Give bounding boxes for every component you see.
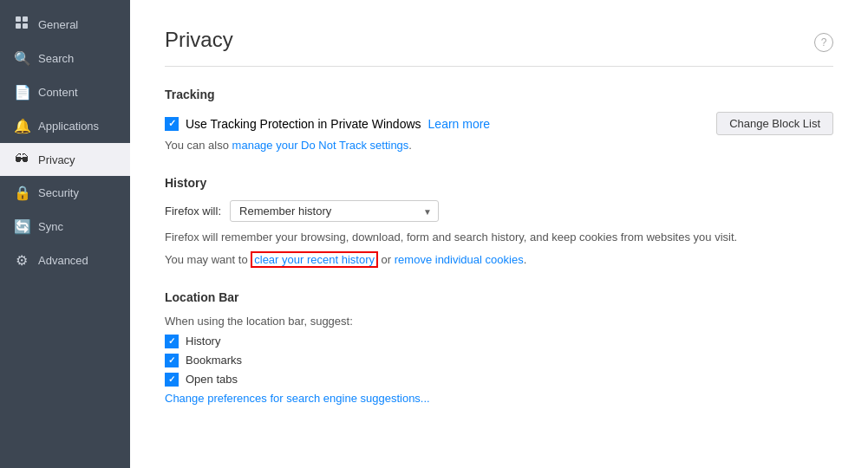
open-tabs-option-label: Open tabs xyxy=(186,373,238,386)
sidebar-item-content[interactable]: 📄 Content xyxy=(0,75,130,109)
help-icon[interactable]: ? xyxy=(814,33,833,52)
learn-more-link[interactable]: Learn more xyxy=(428,117,491,131)
history-row: Firefox will: Remember history Never rem… xyxy=(165,200,833,222)
sidebar: General 🔍 Search 📄 Content 🔔 Application… xyxy=(0,0,130,468)
history-checkmark: ✓ xyxy=(168,336,175,346)
svg-rect-3 xyxy=(23,23,28,29)
change-block-list-button[interactable]: Change Block List xyxy=(716,112,833,135)
main-content: Privacy ? Tracking ✓ Use Tracking Protec… xyxy=(130,0,868,468)
content-icon: 📄 xyxy=(14,84,29,101)
sidebar-item-privacy[interactable]: 🕶 Privacy xyxy=(0,143,130,176)
clear-history-link[interactable]: clear your recent history xyxy=(251,251,378,268)
sidebar-item-label-security: Security xyxy=(38,186,79,199)
sidebar-item-label-privacy: Privacy xyxy=(38,153,75,166)
sidebar-item-sync[interactable]: 🔄 Sync xyxy=(0,210,130,244)
firefox-will-label: Firefox will: xyxy=(165,205,221,218)
page-title: Privacy xyxy=(165,28,233,52)
history-option: ✓ History xyxy=(165,335,833,348)
remove-cookies-link[interactable]: remove individual cookies xyxy=(395,253,524,266)
bookmarks-checkbox[interactable]: ✓ xyxy=(165,354,179,367)
sidebar-item-general[interactable]: General xyxy=(0,7,130,42)
privacy-icon: 🕶 xyxy=(14,152,29,167)
history-description: Firefox will remember your browsing, dow… xyxy=(165,229,833,246)
tracking-checkbox[interactable]: ✓ xyxy=(165,117,179,131)
open-tabs-checkmark: ✓ xyxy=(168,374,175,384)
svg-rect-1 xyxy=(23,16,28,22)
change-prefs-link[interactable]: Change preferences for search engine sug… xyxy=(165,392,833,405)
location-bar-section-title: Location Bar xyxy=(165,290,833,304)
applications-icon: 🔔 xyxy=(14,118,29,134)
advanced-icon: ⚙ xyxy=(14,252,29,269)
do-not-track-text: You can also manage your Do Not Track se… xyxy=(165,139,833,152)
history-links: You may want to clear your recent histor… xyxy=(165,253,833,266)
history-dropdown[interactable]: Remember history Never remember history … xyxy=(230,200,439,222)
tracking-checkmark: ✓ xyxy=(168,118,176,129)
history-checkbox[interactable]: ✓ xyxy=(165,335,179,348)
sidebar-item-label-applications: Applications xyxy=(38,120,99,133)
sidebar-item-label-content: Content xyxy=(38,86,78,99)
sidebar-item-label-search: Search xyxy=(38,52,74,65)
tracking-top-row: ✓ Use Tracking Protection in Private Win… xyxy=(165,112,833,135)
tracking-section: Tracking ✓ Use Tracking Protection in Pr… xyxy=(165,88,833,152)
history-dropdown-wrapper: Remember history Never remember history … xyxy=(230,200,439,222)
tracking-checkbox-wrapper: ✓ Use Tracking Protection in Private Win… xyxy=(165,117,716,131)
history-option-label: History xyxy=(186,335,220,348)
sidebar-item-security[interactable]: 🔒 Security xyxy=(0,176,130,210)
bookmarks-option: ✓ Bookmarks xyxy=(165,354,833,367)
security-icon: 🔒 xyxy=(14,185,29,201)
tracking-checkbox-label: Use Tracking Protection in Private Windo… xyxy=(186,117,421,131)
history-section: History Firefox will: Remember history N… xyxy=(165,176,833,266)
sync-icon: 🔄 xyxy=(14,218,29,235)
location-bar-description: When using the location bar, suggest: xyxy=(165,315,833,328)
do-not-track-link[interactable]: manage your Do Not Track settings xyxy=(232,139,409,152)
sidebar-item-label-general: General xyxy=(38,18,78,31)
bookmarks-checkmark: ✓ xyxy=(168,355,175,365)
open-tabs-checkbox[interactable]: ✓ xyxy=(165,373,179,387)
general-icon xyxy=(14,16,29,33)
sidebar-item-advanced[interactable]: ⚙ Advanced xyxy=(0,244,130,277)
divider xyxy=(165,66,833,67)
bookmarks-option-label: Bookmarks xyxy=(186,354,242,367)
search-icon: 🔍 xyxy=(14,50,29,67)
sidebar-item-search[interactable]: 🔍 Search xyxy=(0,42,130,75)
history-section-title: History xyxy=(165,176,833,190)
tracking-section-title: Tracking xyxy=(165,88,833,101)
svg-rect-0 xyxy=(16,16,21,22)
sidebar-item-label-sync: Sync xyxy=(38,220,63,233)
location-bar-section: Location Bar When using the location bar… xyxy=(165,290,833,405)
sidebar-item-label-advanced: Advanced xyxy=(38,254,88,267)
svg-rect-2 xyxy=(16,23,21,29)
sidebar-item-applications[interactable]: 🔔 Applications xyxy=(0,109,130,143)
open-tabs-option: ✓ Open tabs xyxy=(165,373,833,387)
